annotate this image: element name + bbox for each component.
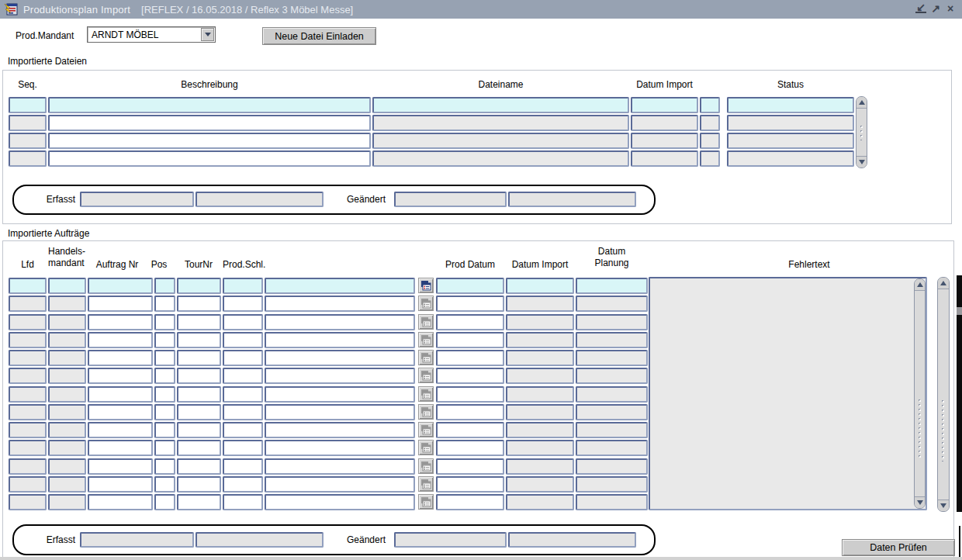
orders-row6-prod-schl-field[interactable] xyxy=(223,368,263,384)
scroll-up-icon[interactable] xyxy=(938,278,949,289)
scroll-down-icon[interactable] xyxy=(915,496,925,508)
orders-row8-auftrag-nr-field[interactable] xyxy=(88,404,153,420)
orders-row1-handelsmandant-field[interactable] xyxy=(48,278,86,294)
orders-row2-prod-datum-field[interactable] xyxy=(436,296,504,312)
orders-row6-pos-field[interactable] xyxy=(154,368,175,384)
orders-row1-lfd-field[interactable] xyxy=(9,278,47,294)
orders-row3-prod-datum-field[interactable] xyxy=(436,314,504,330)
scroll-up-icon[interactable] xyxy=(915,279,925,291)
orders-row11-prod-schl-field[interactable] xyxy=(223,458,263,475)
orders-row1-datum-import-field[interactable] xyxy=(506,278,574,294)
files-row4-beschreibung-field[interactable] xyxy=(48,150,371,167)
orders-row5-prod-schl-text-field[interactable] xyxy=(265,350,415,366)
minimize-window-icon[interactable]: ↙ xyxy=(915,2,926,13)
orders-row7-tour-nr-field[interactable] xyxy=(177,386,221,403)
orders-row7-pos-field[interactable] xyxy=(154,386,175,403)
orders-row13-prod-schl-field[interactable] xyxy=(223,494,263,510)
orders-row5-prod-datum-field[interactable] xyxy=(436,350,504,366)
orders-row9-prod-schl-text-field[interactable] xyxy=(265,422,415,438)
files-row1-datum-import-field[interactable] xyxy=(631,97,698,113)
orders-row6-prod-schl-text-field[interactable] xyxy=(265,368,415,384)
orders-row11-prod-schl-text-field[interactable] xyxy=(265,458,415,475)
orders-row4-tour-nr-field[interactable] xyxy=(177,332,221,348)
orders-row3-pos-field[interactable] xyxy=(154,314,175,330)
orders-row9-pos-field[interactable] xyxy=(154,422,175,438)
orders-row10-tour-nr-field[interactable] xyxy=(177,440,221,456)
files-row1-dateiname-field[interactable] xyxy=(372,97,629,113)
prod-mandant-select[interactable]: ARNDT MÖBEL xyxy=(87,26,216,43)
fehlertext-scrollbar-thumb[interactable] xyxy=(915,291,925,496)
files-row1-seq-field[interactable] xyxy=(9,97,47,113)
orders-row12-pos-field[interactable] xyxy=(154,476,175,493)
orders-row9-prod-datum-field[interactable] xyxy=(436,422,504,438)
orders-row8-tour-nr-field[interactable] xyxy=(177,404,221,420)
orders-row8-pos-field[interactable] xyxy=(154,404,175,420)
files-row3-beschreibung-field[interactable] xyxy=(48,133,371,149)
orders-row7-prod-datum-field[interactable] xyxy=(436,386,504,403)
chevron-down-icon[interactable] xyxy=(201,28,214,41)
orders-row6-tour-nr-field[interactable] xyxy=(177,368,221,384)
orders-scrollbar[interactable] xyxy=(937,277,950,512)
orders-row5-pos-field[interactable] xyxy=(154,350,175,366)
files-row1-beschreibung-field[interactable] xyxy=(48,97,371,113)
orders-row9-prod-schl-field[interactable] xyxy=(223,422,263,438)
orders-row11-tour-nr-field[interactable] xyxy=(177,458,221,475)
orders-row11-auftrag-nr-field[interactable] xyxy=(88,458,153,475)
orders-row5-prod-schl-field[interactable] xyxy=(223,350,263,366)
fehlertext-scrollbar[interactable] xyxy=(914,278,926,509)
orders-row1-prod-schl-field[interactable] xyxy=(223,278,263,294)
orders-row1-tour-nr-field[interactable] xyxy=(177,278,221,294)
orders-row11-prod-datum-field[interactable] xyxy=(436,458,504,475)
orders-row10-auftrag-nr-field[interactable] xyxy=(88,440,153,456)
orders-row1-pos-field[interactable] xyxy=(154,278,175,294)
orders-row3-prod-schl-field[interactable] xyxy=(223,314,263,330)
orders-scrollbar-thumb[interactable] xyxy=(938,289,949,500)
scroll-down-icon[interactable] xyxy=(938,500,949,511)
orders-row10-pos-field[interactable] xyxy=(154,440,175,456)
orders-row6-prod-datum-field[interactable] xyxy=(436,368,504,384)
restore-window-icon[interactable]: ↗ xyxy=(930,2,941,15)
orders-row3-prod-schl-text-field[interactable] xyxy=(265,314,415,330)
orders-row10-prod-datum-field[interactable] xyxy=(436,440,504,456)
orders-row12-prod-schl-field[interactable] xyxy=(223,476,263,493)
orders-row3-auftrag-nr-field[interactable] xyxy=(88,314,153,330)
orders-row5-auftrag-nr-field[interactable] xyxy=(88,350,153,366)
orders-row4-prod-schl-text-field[interactable] xyxy=(265,332,415,348)
files-row2-beschreibung-field[interactable] xyxy=(48,115,371,131)
orders-row8-prod-datum-field[interactable] xyxy=(436,404,504,420)
neue-datei-einladen-button[interactable]: Neue Datei Einladen xyxy=(262,27,376,45)
orders-row2-prod-schl-field[interactable] xyxy=(223,296,263,312)
orders-row5-tour-nr-field[interactable] xyxy=(177,350,221,366)
files-row1-flag-field[interactable] xyxy=(700,97,720,113)
orders-row10-prod-schl-field[interactable] xyxy=(223,440,263,456)
orders-row1-prod-schl-text-field[interactable] xyxy=(265,278,415,294)
orders-row2-tour-nr-field[interactable] xyxy=(177,296,221,312)
orders-row1-datum-planung-field[interactable] xyxy=(576,278,648,294)
orders-row8-prod-schl-field[interactable] xyxy=(223,404,263,420)
orders-row9-tour-nr-field[interactable] xyxy=(177,422,221,438)
files-scrollbar[interactable] xyxy=(856,96,867,168)
close-window-icon[interactable]: × xyxy=(945,2,956,15)
orders-row3-tour-nr-field[interactable] xyxy=(177,314,221,330)
scroll-up-icon[interactable] xyxy=(856,97,867,109)
orders-row12-tour-nr-field[interactable] xyxy=(177,476,221,493)
orders-row12-prod-datum-field[interactable] xyxy=(436,476,504,493)
orders-row4-pos-field[interactable] xyxy=(154,332,175,348)
orders-row4-prod-schl-field[interactable] xyxy=(223,332,263,348)
orders-row13-prod-datum-field[interactable] xyxy=(436,494,504,510)
orders-row4-auftrag-nr-field[interactable] xyxy=(88,332,153,348)
orders-row13-auftrag-nr-field[interactable] xyxy=(88,494,153,510)
orders-row13-tour-nr-field[interactable] xyxy=(177,494,221,510)
orders-row6-auftrag-nr-field[interactable] xyxy=(88,368,153,384)
orders-row9-auftrag-nr-field[interactable] xyxy=(88,422,153,438)
orders-row2-pos-field[interactable] xyxy=(154,296,175,312)
orders-row1-auftrag-nr-field[interactable] xyxy=(88,278,153,294)
scroll-down-icon[interactable] xyxy=(856,156,867,168)
orders-row1-prod-datum-field[interactable] xyxy=(436,278,504,294)
orders-row7-auftrag-nr-field[interactable] xyxy=(88,386,153,403)
orders-row2-auftrag-nr-field[interactable] xyxy=(88,296,153,312)
files-scrollbar-thumb[interactable] xyxy=(856,109,867,156)
orders-row12-prod-schl-text-field[interactable] xyxy=(265,476,415,493)
orders-row7-prod-schl-field[interactable] xyxy=(223,386,263,403)
orders-row4-prod-datum-field[interactable] xyxy=(436,332,504,348)
